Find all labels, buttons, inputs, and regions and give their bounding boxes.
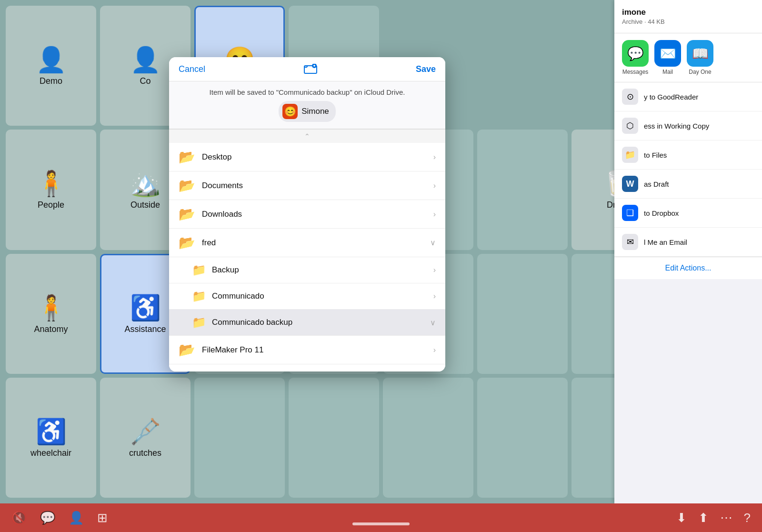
- dropbox-icon: ❑: [622, 205, 638, 221]
- messages-icon: 💬: [622, 40, 649, 67]
- goodreader-label: y to GoodReader: [644, 93, 698, 101]
- draft-label: as Draft: [644, 180, 669, 188]
- app-mail[interactable]: ✉️ Mail: [654, 40, 681, 75]
- folder-communicado-name: Communicado: [212, 291, 433, 301]
- speech-icon[interactable]: 💬: [40, 511, 55, 525]
- folder-communicado-backup-name: Communicado backup: [212, 318, 430, 327]
- folder-desktop[interactable]: 📂 Desktop ›: [169, 143, 445, 171]
- add-tile-icon[interactable]: ⊞: [97, 511, 108, 525]
- app-dayone[interactable]: 📖 Day One: [687, 40, 713, 75]
- edit-actions-label: Edit Actions...: [665, 264, 712, 272]
- folder-filemaker-icon: 📂: [179, 342, 195, 358]
- action-goodreader[interactable]: ⊙ y to GoodReader: [614, 82, 762, 111]
- folder-downloads[interactable]: 📂 Downloads ›: [169, 200, 445, 229]
- share-panel-subtitle: Archive · 44 KB: [622, 18, 754, 25]
- folder-idisk-icon: 📂: [179, 371, 195, 371]
- folder-filemaker[interactable]: 📂 FileMaker Pro 11 ›: [169, 336, 445, 364]
- mail-icon: ✉️: [654, 40, 681, 67]
- modal-user-name: Simone: [301, 107, 329, 116]
- folder-communicado[interactable]: 📁 Communicado ›: [169, 283, 445, 310]
- folder-desktop-icon: 📂: [179, 149, 195, 165]
- email-icon: ✉: [622, 234, 638, 250]
- folder-documents-icon: 📂: [179, 178, 195, 193]
- folder-communicado-backup[interactable]: 📁 Communicado backup ∨: [169, 310, 445, 336]
- files-label: to Files: [644, 151, 667, 159]
- email-label: l Me an Email: [644, 238, 687, 246]
- modal-info-bar: Item will be saved to "Communicado backu…: [169, 81, 445, 129]
- dayone-icon: 📖: [687, 40, 713, 67]
- folder-backup-chevron: ›: [433, 266, 436, 274]
- modal-header: Cancel Save: [169, 57, 445, 81]
- folder-fred-name: fred: [202, 238, 430, 248]
- folder-backup[interactable]: 📁 Backup ›: [169, 257, 445, 283]
- dropbox-label: to Dropbox: [644, 209, 679, 217]
- folder-fred-chevron: ∨: [430, 238, 436, 247]
- edit-actions-button[interactable]: Edit Actions...: [614, 257, 762, 279]
- modal-user-icon: 😊: [282, 104, 298, 119]
- more-icon[interactable]: ⋯: [720, 511, 732, 525]
- share-panel: imone Archive · 44 KB 💬 Messages ✉️ Mail…: [614, 0, 762, 503]
- modal-title-area: [304, 64, 317, 74]
- action-files[interactable]: 📁 to Files: [614, 141, 762, 170]
- folder-fred[interactable]: 📂 fred ∨: [169, 229, 445, 257]
- draft-icon: W: [622, 176, 638, 192]
- download-icon[interactable]: ⬇: [676, 511, 687, 525]
- new-folder-icon: [304, 64, 317, 74]
- folder-backup-name: Backup: [212, 265, 433, 275]
- messages-label: Messages: [622, 69, 649, 75]
- folder-downloads-chevron: ›: [433, 210, 436, 219]
- folder-documents-chevron: ›: [433, 181, 436, 190]
- user-icon[interactable]: 👤: [69, 511, 84, 525]
- goodreader-icon: ⊙: [622, 89, 638, 105]
- action-dropbox[interactable]: ❑ to Dropbox: [614, 199, 762, 228]
- scroll-up-indicator: ⌃: [169, 129, 445, 143]
- folder-backup-icon: 📁: [192, 263, 206, 277]
- share-panel-header: imone Archive · 44 KB: [614, 0, 762, 33]
- share-apps-row: 💬 Messages ✉️ Mail 📖 Day One: [614, 33, 762, 82]
- folder-documents[interactable]: 📂 Documents ›: [169, 171, 445, 200]
- new-folder-button[interactable]: [304, 64, 317, 74]
- save-dialog: Cancel Save Item will be saved to "Commu…: [169, 57, 445, 371]
- action-email[interactable]: ✉ l Me an Email: [614, 228, 762, 257]
- share-actions-list: ⊙ y to GoodReader ⬡ ess in Working Copy …: [614, 82, 762, 503]
- folder-communicado-backup-icon: 📁: [192, 316, 206, 329]
- modal-overlay: Cancel Save Item will be saved to "Commu…: [0, 0, 614, 503]
- folder-filemaker-name: FileMaker Pro 11: [202, 345, 433, 355]
- mute-icon[interactable]: 🔇: [11, 511, 27, 525]
- files-icon: 📁: [622, 147, 638, 163]
- mail-label: Mail: [662, 69, 673, 75]
- folder-desktop-chevron: ›: [433, 153, 436, 161]
- folder-idisk[interactable]: 📂 from iDisk ›: [169, 364, 445, 371]
- folder-downloads-icon: 📂: [179, 206, 195, 222]
- working-copy-label: ess in Working Copy: [644, 122, 709, 130]
- working-copy-icon: ⬡: [622, 118, 638, 134]
- share-panel-title: imone: [622, 8, 754, 17]
- taskbar: 🔇 💬 👤 ⊞ ⬇ ⬆ ⋯ ?: [0, 503, 762, 532]
- folder-communicado-icon: 📁: [192, 290, 206, 303]
- folder-filemaker-chevron: ›: [433, 346, 436, 354]
- upload-icon[interactable]: ⬆: [698, 511, 709, 525]
- home-indicator[interactable]: [352, 522, 410, 525]
- modal-info-text: Item will be saved to "Communicado backu…: [210, 88, 405, 96]
- cancel-button[interactable]: Cancel: [179, 64, 205, 74]
- folder-documents-name: Documents: [202, 181, 433, 191]
- folder-desktop-name: Desktop: [202, 152, 433, 162]
- folder-communicado-backup-chevron: ∨: [430, 318, 436, 327]
- action-working-copy[interactable]: ⬡ ess in Working Copy: [614, 111, 762, 141]
- folder-fred-icon: 📂: [179, 235, 195, 251]
- dayone-label: Day One: [689, 69, 711, 75]
- save-button[interactable]: Save: [416, 64, 436, 74]
- modal-user-chip: 😊 Simone: [279, 101, 336, 122]
- taskbar-right-controls: ⬇ ⬆ ⋯ ?: [676, 511, 751, 525]
- folder-list: 📂 Desktop › 📂 Documents › 📂 Downloads › …: [169, 143, 445, 371]
- app-messages[interactable]: 💬 Messages: [622, 40, 649, 75]
- folder-downloads-name: Downloads: [202, 210, 433, 219]
- help-icon[interactable]: ?: [744, 511, 751, 525]
- action-draft[interactable]: W as Draft: [614, 170, 762, 199]
- chevron-up-icon: ⌃: [304, 132, 310, 140]
- folder-communicado-chevron: ›: [433, 292, 436, 301]
